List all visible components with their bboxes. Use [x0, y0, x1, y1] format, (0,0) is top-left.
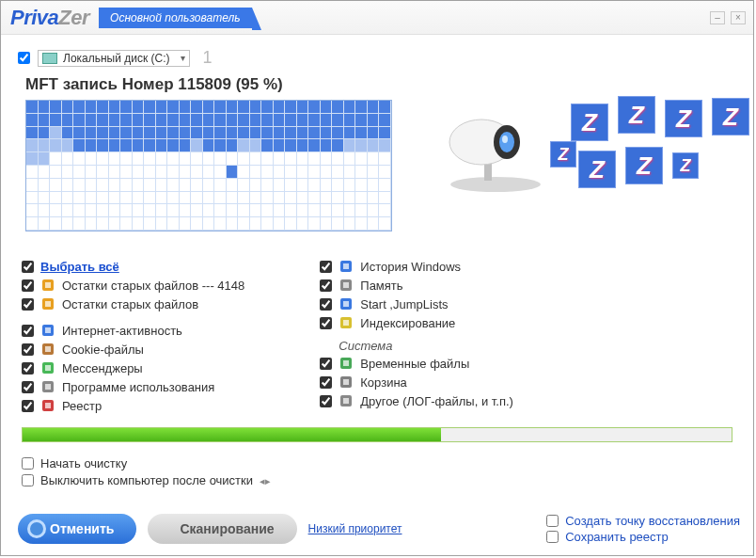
system-heading: Система	[339, 339, 513, 353]
option-item: Мессенджеры	[22, 359, 244, 376]
option-label: Cookie-файлы	[62, 343, 144, 357]
svg-rect-11	[45, 327, 51, 333]
svg-rect-31	[343, 379, 349, 385]
option-label: Индексирование	[360, 316, 455, 330]
titlebar: PrivaZer Основной пользователь – ×	[1, 1, 753, 35]
option-checkbox[interactable]	[22, 381, 34, 393]
svg-rect-19	[45, 403, 51, 408]
cancel-button[interactable]: Отменить	[18, 514, 136, 544]
option-item: Остатки старых файлов	[22, 295, 244, 312]
svg-point-4	[499, 132, 514, 152]
final-option: Начать очистку	[22, 455, 753, 471]
priority-link[interactable]: Низкий приоритет	[308, 522, 402, 535]
disk-label: Локальный диск (C:)	[63, 52, 170, 65]
option-item: Программе использования	[22, 378, 244, 395]
disk-selector[interactable]: Локальный диск (C:)	[38, 50, 190, 67]
svg-point-0	[450, 177, 541, 192]
power-icon	[339, 296, 354, 311]
restore-link[interactable]: Сохранить реестр	[565, 530, 669, 544]
final-options: Начать очисткуВыключить компьютер после …	[22, 455, 753, 488]
other-icon	[339, 393, 354, 408]
option-label: Временные файлы	[360, 357, 469, 371]
right-options: История WindowsПамятьStart ,JumpListsИнд…	[320, 258, 513, 414]
progress-bar	[22, 427, 732, 442]
svg-rect-23	[343, 282, 349, 288]
option-checkbox[interactable]	[22, 343, 34, 356]
tmp-icon	[339, 356, 354, 371]
restore-checkbox[interactable]	[546, 515, 559, 527]
reg-icon	[40, 398, 55, 413]
option-checkbox[interactable]	[320, 395, 332, 407]
option-checkbox[interactable]	[22, 279, 34, 292]
option-checkbox[interactable]	[320, 298, 332, 311]
user-tab[interactable]: Основной пользователь	[99, 8, 251, 28]
option-item: Индексирование	[320, 314, 513, 331]
left-options: Выбрать всёОстатки старых файлов --- 414…	[22, 258, 244, 414]
close-button[interactable]: ×	[731, 11, 746, 24]
svg-rect-29	[343, 360, 349, 366]
progress-fill	[23, 428, 441, 441]
option-checkbox[interactable]	[320, 279, 332, 292]
svg-rect-21	[343, 263, 349, 269]
option-checkbox[interactable]	[320, 261, 332, 273]
camera-icon	[439, 100, 552, 194]
option-checkbox[interactable]	[22, 362, 34, 375]
option-label: Реестр	[62, 399, 102, 413]
option-checkbox[interactable]	[22, 298, 34, 311]
option-label: История Windows	[360, 260, 461, 274]
disk-checkbox[interactable]	[18, 52, 30, 64]
option-item: Корзина	[320, 374, 513, 391]
lock-icon	[40, 296, 55, 311]
win-icon	[339, 259, 354, 274]
z-icon: Z	[672, 152, 699, 179]
option-checkbox[interactable]	[320, 376, 332, 389]
select-all-checkbox[interactable]	[22, 261, 34, 273]
disk-index: 1	[203, 48, 213, 68]
svg-rect-9	[45, 301, 51, 307]
option-checkbox[interactable]	[320, 358, 332, 370]
option-label: Остатки старых файлов --- 4148	[62, 279, 244, 293]
mem-icon	[339, 278, 354, 293]
option-item: Память	[320, 277, 513, 294]
option-checkbox[interactable]	[320, 317, 332, 329]
svg-rect-7	[45, 282, 51, 288]
svg-point-5	[502, 136, 508, 143]
option-checkbox[interactable]	[22, 325, 34, 337]
z-icon: Z	[571, 104, 608, 141]
restore-link[interactable]: Создать точку восстановления	[565, 514, 740, 528]
option-label: Start ,JumpLists	[360, 297, 448, 311]
restore-checkbox[interactable]	[546, 531, 559, 543]
option-checkbox[interactable]	[22, 400, 34, 412]
option-item: Другое (ЛОГ-файлы, и т.п.)	[320, 392, 513, 409]
z-icon: Z	[625, 147, 663, 184]
minimize-button[interactable]: –	[710, 11, 725, 24]
option-label: Корзина	[360, 375, 407, 390]
svg-rect-17	[45, 384, 51, 390]
option-label: Остатки старых файлов	[62, 297, 198, 311]
final-checkbox[interactable]	[22, 457, 34, 470]
final-option: Выключить компьютер после очистки ◂▸	[22, 472, 753, 488]
svg-rect-25	[343, 301, 349, 307]
lock-icon	[40, 278, 55, 293]
option-label: Другое (ЛОГ-файлы, и т.п.)	[360, 394, 513, 408]
app-window: PrivaZer Основной пользователь – × Локал…	[0, 0, 754, 556]
clock-icon	[40, 379, 55, 394]
option-label: Интернет-активность	[62, 324, 182, 338]
option-item: История Windows	[320, 258, 513, 275]
drive-icon	[42, 53, 57, 64]
z-icon: Z	[618, 96, 655, 134]
z-icon: Z	[578, 151, 616, 188]
select-all-link[interactable]: Выбрать всё	[40, 260, 119, 274]
scan-button[interactable]: Сканирование	[148, 514, 296, 544]
option-item: Интернет-активность	[22, 322, 244, 339]
option-label: Память	[360, 279, 402, 293]
illustration-area: Z Z Z Z Z Z Z Z	[439, 100, 734, 241]
option-item: Cookie-файлы	[22, 341, 244, 358]
msg-icon	[40, 360, 55, 375]
option-item: Start ,JumpLists	[320, 295, 513, 312]
disk-map-grid	[25, 100, 392, 231]
option-label: Программе использования	[62, 380, 214, 394]
final-checkbox[interactable]	[22, 474, 34, 486]
svg-rect-13	[45, 346, 51, 352]
z-icon: Z	[665, 100, 702, 137]
